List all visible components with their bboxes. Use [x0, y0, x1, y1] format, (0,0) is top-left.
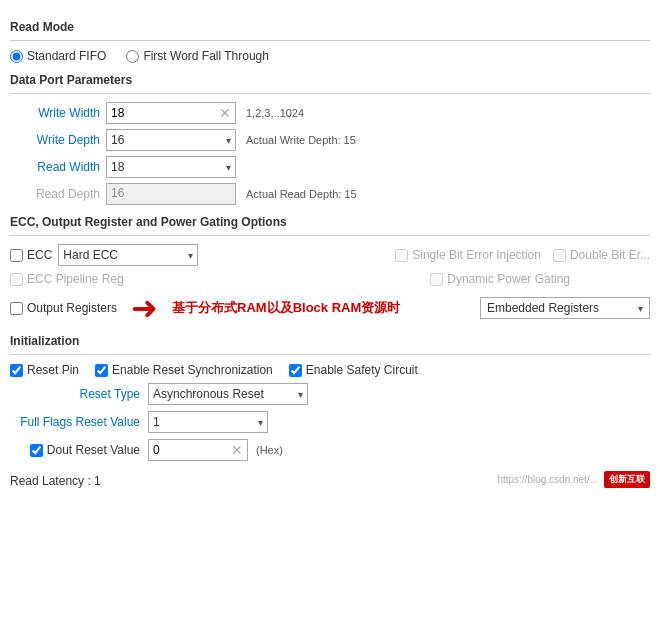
first-word-fall-through-option[interactable]: First Word Fall Through [126, 49, 269, 63]
enable-reset-sync-text: Enable Reset Synchronization [112, 363, 273, 377]
output-reg-label[interactable]: Output Registers [10, 301, 117, 315]
standard-fifo-option[interactable]: Standard FIFO [10, 49, 106, 63]
ecc-title: ECC, Output Register and Power Gating Op… [10, 215, 650, 229]
read-width-dropdown[interactable]: 18 ▾ [106, 156, 236, 178]
write-width-label: Write Width [10, 106, 100, 120]
ecc-pipeline-label[interactable]: ECC Pipeline Reg [10, 272, 124, 286]
read-width-arrow: ▾ [226, 162, 231, 173]
first-word-fall-through-label: First Word Fall Through [143, 49, 269, 63]
ecc-divider [10, 235, 650, 236]
dout-reset-input[interactable]: ✕ [148, 439, 248, 461]
dout-reset-checkbox[interactable] [30, 444, 43, 457]
enable-safety-checkbox[interactable] [289, 364, 302, 377]
output-reg-text: Output Registers [27, 301, 117, 315]
first-word-fall-through-radio[interactable] [126, 50, 139, 63]
dout-reset-clear[interactable]: ✕ [231, 443, 243, 457]
ecc-checkbox[interactable] [10, 249, 23, 262]
ecc-pipeline-checkbox[interactable] [10, 273, 23, 286]
read-depth-hint: Actual Read Depth: 15 [242, 188, 357, 200]
dout-hint: (Hex) [256, 444, 283, 456]
output-reg-checkbox[interactable] [10, 302, 23, 315]
write-width-field[interactable] [111, 106, 219, 120]
read-mode-section: Read Mode Standard FIFO First Word Fall … [10, 20, 650, 63]
full-flags-arrow: ▾ [258, 417, 263, 428]
double-bit-text: Double Bit Er... [570, 248, 650, 262]
init-title: Initialization [10, 334, 650, 348]
full-flags-label: Full Flags Reset Value [10, 415, 140, 429]
ecc-checkbox-label[interactable]: ECC [10, 248, 52, 262]
single-bit-text: Single Bit Error Injection [412, 248, 541, 262]
enable-safety-label[interactable]: Enable Safety Circuit [289, 363, 418, 377]
ecc-pipeline-text: ECC Pipeline Reg [27, 272, 124, 286]
data-port-title: Data Port Parameters [10, 73, 650, 87]
reset-pin-label[interactable]: Reset Pin [10, 363, 79, 377]
read-depth-label: Read Depth [10, 187, 100, 201]
write-depth-dropdown[interactable]: 16 ▾ [106, 129, 236, 151]
reset-type-value: Asynchronous Reset [153, 387, 264, 401]
enable-safety-text: Enable Safety Circuit [306, 363, 418, 377]
logo-badge: 创新互联 [604, 471, 650, 488]
write-width-input[interactable]: ✕ [106, 102, 236, 124]
data-port-params-section: Data Port Parameters Write Width ✕ 1,2,3… [10, 73, 650, 205]
double-bit-checkbox[interactable] [553, 249, 566, 262]
ecc-dropdown-arrow: ▾ [188, 250, 193, 261]
footer: Read Latency : 1 https://blog.csdn.net/.… [10, 471, 650, 488]
embedded-dropdown[interactable]: Embedded Registers ▾ [480, 297, 650, 319]
standard-fifo-label: Standard FIFO [27, 49, 106, 63]
annotation-text: 基于分布式RAM以及Block RAM资源时 [172, 299, 400, 317]
output-row: Output Registers ➜ 基于分布式RAM以及Block RAM资源… [10, 292, 650, 324]
embedded-dropdown-arrow: ▾ [638, 303, 643, 314]
watermark-url: https://blog.csdn.net/... [497, 474, 598, 485]
write-width-hint: 1,2,3,..1024 [242, 107, 304, 119]
ecc-dropdown-value: Hard ECC [63, 248, 118, 262]
reset-type-label: Reset Type [10, 387, 140, 401]
standard-fifo-radio[interactable] [10, 50, 23, 63]
enable-reset-sync-label[interactable]: Enable Reset Synchronization [95, 363, 273, 377]
dout-reset-field[interactable] [153, 443, 223, 457]
ecc-label: ECC [27, 248, 52, 262]
read-latency: Read Latency : 1 [10, 474, 101, 488]
single-bit-label[interactable]: Single Bit Error Injection [395, 248, 541, 262]
read-mode-divider [10, 40, 650, 41]
read-mode-title: Read Mode [10, 20, 650, 34]
dynamic-power-label[interactable]: Dynamic Power Gating [430, 272, 570, 286]
ecc-section: ECC, Output Register and Power Gating Op… [10, 215, 650, 324]
dynamic-power-text: Dynamic Power Gating [447, 272, 570, 286]
reset-type-dropdown[interactable]: Asynchronous Reset ▾ [148, 383, 308, 405]
write-depth-hint: Actual Write Depth: 15 [242, 134, 356, 146]
init-divider [10, 354, 650, 355]
write-depth-value: 16 [111, 133, 124, 147]
write-depth-label: Write Depth [10, 133, 100, 147]
write-width-clear[interactable]: ✕ [219, 106, 231, 120]
watermark-area: https://blog.csdn.net/... 创新互联 [497, 471, 650, 488]
dout-reset-text: Dout Reset Value [47, 443, 140, 457]
ecc-dropdown[interactable]: Hard ECC ▾ [58, 244, 198, 266]
double-bit-label[interactable]: Double Bit Er... [553, 248, 650, 262]
read-depth-field: 16 [106, 183, 236, 205]
dout-reset-label[interactable]: Dout Reset Value [10, 443, 140, 457]
single-bit-checkbox[interactable] [395, 249, 408, 262]
red-arrow-icon: ➜ [131, 292, 158, 324]
reset-pin-checkbox[interactable] [10, 364, 23, 377]
embedded-dropdown-value: Embedded Registers [487, 301, 599, 315]
reset-type-arrow: ▾ [298, 389, 303, 400]
dynamic-power-checkbox[interactable] [430, 273, 443, 286]
initialization-section: Initialization Reset Pin Enable Reset Sy… [10, 334, 650, 461]
data-port-divider [10, 93, 650, 94]
enable-reset-sync-checkbox[interactable] [95, 364, 108, 377]
read-width-value: 18 [111, 160, 124, 174]
full-flags-value: 1 [153, 415, 160, 429]
full-flags-dropdown[interactable]: 1 ▾ [148, 411, 268, 433]
read-mode-row: Standard FIFO First Word Fall Through [10, 49, 650, 63]
read-width-label: Read Width [10, 160, 100, 174]
reset-pin-text: Reset Pin [27, 363, 79, 377]
write-depth-arrow: ▾ [226, 135, 231, 146]
